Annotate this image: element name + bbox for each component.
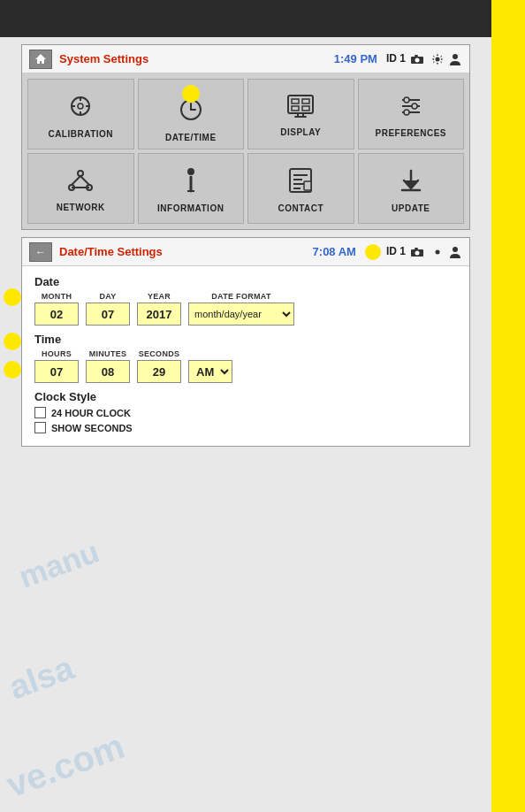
day-col-label: DAY: [99, 292, 116, 301]
date-format-group: DATE FORMAT month/day/year: [188, 292, 294, 326]
grid-item-preferences[interactable]: PREFERENCES: [358, 79, 465, 149]
svg-point-40: [453, 247, 458, 252]
grid-item-information[interactable]: INFORMATION: [138, 153, 245, 224]
datetime-settings-panel: ← Date/Time Settings 7:08 AM ID 1: [12, 237, 479, 447]
datetime-body: Date MONTH DAY YEAR DATE FO: [22, 266, 469, 446]
watermark-1: manu: [14, 533, 103, 595]
svg-rect-10: [292, 99, 299, 103]
seconds-group: SECONDS: [137, 349, 181, 383]
svg-point-19: [404, 110, 409, 115]
preferences-label: PREFERENCES: [375, 128, 446, 138]
hours-input[interactable]: [34, 360, 79, 383]
display-icon: [287, 95, 314, 124]
network-label: NETWORK: [57, 203, 105, 212]
month-group: MONTH: [34, 292, 79, 326]
24hour-label: 24 HOUR CLOCK: [51, 408, 131, 418]
header-yellow-dot: [365, 244, 381, 260]
information-icon: [181, 167, 201, 200]
day-group: DAY: [86, 292, 130, 326]
year-group: YEAR: [137, 292, 181, 326]
grid-item-display[interactable]: DISPLAY: [247, 79, 354, 149]
svg-rect-13: [302, 106, 309, 111]
panel2-time: 7:08 AM: [313, 245, 356, 258]
panel2-id: ID 1: [386, 245, 462, 258]
month-input[interactable]: [34, 303, 79, 326]
panel1-title: System Settings: [59, 52, 334, 65]
clock-style-label: Clock Style: [34, 390, 457, 403]
top-bar: [0, 0, 491, 37]
left-dot-2: [4, 333, 21, 350]
information-label: INFORMATION: [157, 203, 224, 213]
year-col-label: YEAR: [148, 292, 171, 301]
day-input[interactable]: [86, 303, 130, 326]
display-label: DISPLAY: [280, 127, 321, 137]
calibration-label: CALIBRATION: [48, 129, 113, 139]
panel1-time: 1:49 PM: [334, 52, 377, 65]
system-settings-box: System Settings 1:49 PM ID 1: [21, 44, 470, 230]
seconds-input[interactable]: [137, 360, 181, 383]
ampm-select[interactable]: AM PM: [188, 360, 232, 383]
home-button[interactable]: [29, 50, 52, 69]
left-dot-3: [4, 361, 21, 379]
calibration-icon: [67, 93, 94, 126]
svg-rect-3: [415, 55, 418, 57]
panel1-id: ID 1: [386, 52, 462, 65]
contact-icon: [288, 167, 313, 200]
svg-marker-0: [35, 54, 46, 64]
grid-item-network[interactable]: NETWORK: [27, 153, 134, 224]
clock-style-section: Clock Style 24 HOUR CLOCK SHOW SECONDS: [34, 390, 457, 433]
minutes-col-label: MINUTES: [89, 349, 127, 358]
back-button[interactable]: ←: [29, 242, 52, 262]
month-col-label: MONTH: [42, 292, 72, 301]
ampm-group: AM PM: [188, 349, 232, 383]
hours-col-label: HOURS: [42, 349, 72, 358]
update-label: UPDATE: [392, 203, 430, 213]
date-section-label: Date: [34, 275, 457, 288]
svg-line-23: [72, 176, 80, 185]
ampm-col-label: [209, 349, 212, 358]
left-dot-1: [4, 288, 21, 306]
svg-point-18: [412, 103, 417, 109]
svg-rect-11: [302, 99, 309, 103]
network-icon: [67, 168, 94, 199]
time-field-row: HOURS MINUTES SECONDS AM: [34, 349, 457, 383]
show-seconds-row: SHOW SECONDS: [34, 422, 457, 433]
panel2-title: Date/Time Settings: [59, 245, 313, 258]
grid-item-datetime[interactable]: DATE/TIME: [138, 79, 245, 149]
watermark-2: alsa: [4, 649, 79, 708]
minutes-input[interactable]: [86, 360, 130, 383]
grid-item-contact[interactable]: CONTACT: [247, 153, 354, 224]
date-field-row: MONTH DAY YEAR DATE FORMAT month: [34, 292, 457, 326]
date-format-label: DATE FORMAT: [211, 292, 270, 301]
yellow-side-bar: [491, 0, 525, 812]
datetime-yellow-dot: [182, 85, 200, 103]
svg-rect-34: [304, 181, 311, 190]
svg-point-20: [78, 171, 83, 176]
hours-group: HOURS: [34, 349, 79, 383]
show-seconds-checkbox[interactable]: [34, 422, 46, 433]
svg-point-2: [415, 57, 420, 62]
show-seconds-label: SHOW SECONDS: [51, 423, 133, 433]
svg-line-24: [80, 176, 89, 185]
datetime-label: DATE/TIME: [165, 133, 217, 142]
panel2-header: ← Date/Time Settings 7:08 AM ID 1: [22, 238, 469, 266]
svg-rect-12: [292, 106, 299, 111]
24hour-row: 24 HOUR CLOCK: [34, 407, 457, 418]
time-section-label: Time: [34, 333, 457, 346]
grid-item-update[interactable]: UPDATE: [358, 153, 465, 224]
year-input[interactable]: [137, 303, 181, 326]
svg-point-4: [435, 57, 439, 61]
svg-point-26: [188, 169, 194, 174]
minutes-group: MINUTES: [86, 349, 130, 383]
seconds-col-label: SECONDS: [139, 349, 180, 358]
update-icon: [399, 167, 423, 200]
settings-grid: CALIBRATION DATE/TIME: [22, 73, 469, 229]
svg-point-7: [78, 103, 83, 109]
24hour-checkbox[interactable]: [34, 407, 46, 418]
svg-point-37: [415, 250, 420, 255]
date-format-select[interactable]: month/day/year: [188, 303, 294, 326]
panel1-header: System Settings 1:49 PM ID 1: [22, 45, 469, 73]
grid-item-calibration[interactable]: CALIBRATION: [27, 79, 134, 149]
system-settings-panel: System Settings 1:49 PM ID 1: [12, 44, 479, 230]
main-content: System Settings 1:49 PM ID 1: [0, 0, 491, 812]
